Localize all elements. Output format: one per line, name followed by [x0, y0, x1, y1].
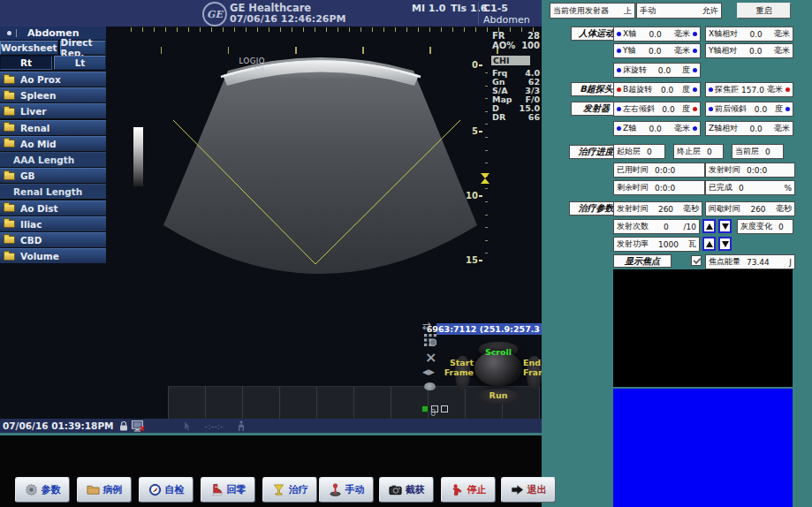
fr-label: FR — [492, 31, 505, 41]
left-right-arrows-icon[interactable]: ◀▶ — [422, 367, 435, 376]
end-layer-field[interactable]: 终止层 0 — [673, 144, 724, 159]
emit-power-field[interactable]: 发射功率 1000 瓦 — [613, 237, 700, 252]
stop-button[interactable]: 停止 — [441, 477, 496, 503]
depth-value: 0 — [472, 60, 478, 70]
capture-button[interactable]: 截获 — [379, 477, 434, 503]
field-value: 0 — [765, 148, 770, 156]
focal-marker-bottom — [481, 178, 489, 184]
emit-duration-field[interactable]: 发射时间 260 毫秒 — [613, 201, 702, 216]
restart-button[interactable]: 重启 — [737, 3, 791, 19]
delete-x-icon[interactable]: × — [425, 349, 436, 366]
field-value: 0.0 — [738, 125, 774, 133]
field-unit: 瓦 — [688, 238, 696, 250]
field-value: 73.44 — [747, 258, 770, 267]
field-unit: 毫米 — [774, 28, 790, 40]
param-label: DR — [492, 112, 505, 122]
depth-label-10: 10 — [459, 191, 482, 201]
current-layer-field[interactable]: 当前层 0 — [732, 144, 784, 159]
field-value: 0 — [739, 184, 744, 193]
network-offline-icon — [132, 420, 145, 432]
blue-indicator-dot — [709, 87, 713, 92]
field-value: 0 — [778, 223, 784, 231]
y-axis-field[interactable]: Y轴 0.0 毫米 — [613, 43, 701, 58]
ao-value: 100 — [521, 41, 540, 50]
emit-time-field: 发射时间 0:0:0 — [705, 163, 795, 178]
active-emitter-field[interactable]: 当前使用发射器 上 — [550, 3, 635, 19]
z-axis-relative-field[interactable]: Z轴相对 0.0 毫米 — [705, 121, 793, 136]
logiq-model-label: LOGIQ S8 — [223, 57, 265, 74]
keypad-icon[interactable] — [424, 334, 436, 346]
snail-icon[interactable] — [424, 382, 436, 390]
logiq-line1: LOGIQ — [223, 57, 265, 65]
tilt-left-right-field[interactable]: 左右倾斜 0.0 度 — [613, 102, 701, 117]
field-value: 上 — [624, 5, 632, 17]
button-label: 停止 — [467, 483, 487, 496]
field-value: 0 — [707, 148, 712, 156]
emit-count-field[interactable]: 发射次数 0 /10 — [613, 219, 700, 234]
field-value: 0:0:0 — [655, 184, 675, 193]
blue-indicator-dot — [693, 126, 697, 131]
depth-label-0: 0 — [459, 60, 482, 70]
folder-icon — [87, 483, 100, 496]
frame-indicator — [441, 405, 448, 412]
z-axis-field[interactable]: Z轴 0.0 毫米 — [613, 121, 701, 136]
emit-count-decrease-button[interactable] — [718, 219, 732, 233]
field-label: 发射次数 — [617, 221, 649, 232]
trackball-label-start-frame: Start Frame — [440, 359, 474, 377]
trackball-label-run: Run — [482, 391, 515, 401]
button-label: 退出 — [527, 483, 547, 496]
x-axis-relative-field[interactable]: X轴相对 0.0 毫米 — [705, 26, 793, 42]
x-axis-field[interactable]: X轴 0.0 毫米 — [613, 26, 701, 42]
show-focus-checkbox[interactable] — [691, 255, 702, 266]
treatment-button[interactable]: 治疗 — [262, 477, 317, 503]
interval-time-field[interactable]: 间歇时间 260 毫秒 — [705, 201, 795, 216]
y-axis-relative-field[interactable]: Y轴相对 0.0 毫米 — [705, 43, 793, 58]
ao-label: AO% — [492, 41, 515, 50]
field-label: 床旋转 — [623, 64, 647, 76]
field-unit: % — [781, 184, 792, 193]
param-row-dr: DR66 — [492, 112, 540, 122]
cine-counter: 6963:7112 (251.9:257.3 s) — [436, 323, 542, 335]
blue-indicator-dot — [709, 107, 713, 111]
param-value: 66 — [528, 112, 540, 122]
exit-button[interactable]: 退出 — [501, 477, 556, 503]
bed-rotation-field[interactable]: 床旋转 0.0 度 — [613, 63, 701, 78]
field-label: Y轴 — [623, 45, 636, 57]
blue-indicator-dot — [617, 107, 621, 111]
emit-power-decrease-button[interactable] — [718, 237, 732, 251]
gray-change-field[interactable]: 灰度变化 0 — [737, 219, 793, 234]
field-unit: 度 — [682, 103, 690, 115]
button-label: 重启 — [756, 5, 772, 17]
mode-field[interactable]: 手动 允许 — [636, 3, 722, 19]
focus-preview-black-panel — [613, 269, 793, 387]
start-layer-field[interactable]: 起始层 0 — [613, 144, 665, 159]
field-value: 0.0 — [738, 30, 774, 39]
compass-icon — [148, 483, 162, 496]
field-label: 发射时间 — [617, 203, 649, 215]
params-button[interactable]: 参数 — [15, 477, 70, 503]
field-unit: 毫米 — [774, 45, 790, 57]
probe-focus-distance-field[interactable]: 探焦距 157.0 毫米 — [705, 82, 793, 97]
depth-value: 15 — [466, 255, 478, 265]
field-value: 0.0 — [652, 86, 682, 95]
field-label: 已用时间 — [617, 164, 649, 176]
case-button[interactable]: 病例 — [77, 477, 132, 503]
manual-button[interactable]: 手动 — [319, 477, 374, 503]
field-unit: 毫米 — [774, 123, 790, 134]
swap-arrows-icon[interactable]: ⇄ — [422, 320, 431, 332]
camera-icon — [389, 483, 402, 496]
self-test-button[interactable]: 自检 — [139, 477, 194, 503]
status-timer: -:--:- — [205, 421, 224, 431]
field-unit: 毫米 — [767, 84, 783, 95]
field-unit: 毫米 — [674, 45, 690, 57]
tilt-front-back-field[interactable]: 前后倾斜 0.0 度 — [705, 102, 793, 117]
emit-power-increase-button[interactable] — [702, 237, 716, 251]
hifu-control-panel: 当前使用发射器 上 手动 允许 重启 人体运动 B超探头 发射器 治疗进度 治疗… — [542, 0, 812, 507]
return-zero-button[interactable]: 回零 — [201, 477, 255, 503]
field-value: 0.0 — [747, 105, 775, 114]
emit-count-increase-button[interactable] — [702, 219, 716, 233]
b-probe-rotation-field[interactable]: B超旋转 0.0 度 — [613, 82, 701, 97]
down-arrow-icon — [722, 223, 729, 230]
red-indicator-dot — [693, 107, 697, 111]
field-label: Z轴 — [623, 123, 636, 134]
